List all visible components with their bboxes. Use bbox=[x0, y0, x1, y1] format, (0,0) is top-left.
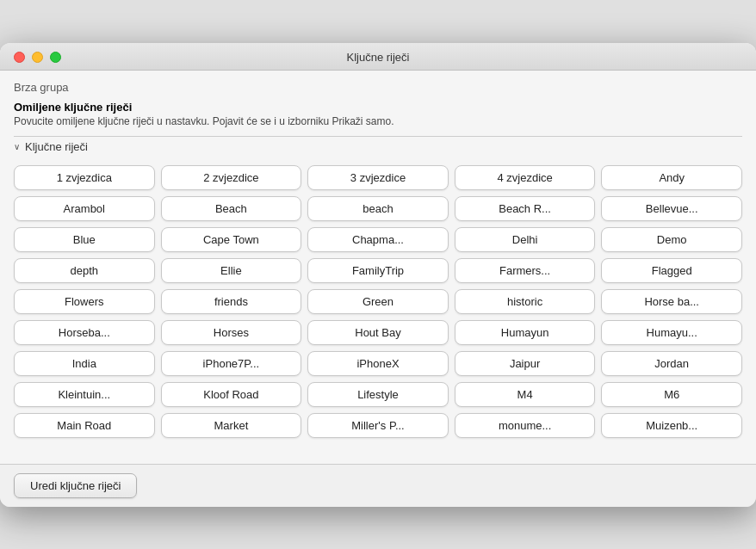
keyword-button[interactable]: Jaipur bbox=[455, 351, 596, 376]
close-button[interactable] bbox=[14, 52, 25, 63]
keyword-button[interactable]: Demo bbox=[601, 227, 742, 252]
main-window: Ključne riječi Brza grupa Omiljene ključ… bbox=[0, 43, 756, 507]
chevron-down-icon: ∨ bbox=[14, 142, 20, 151]
minimize-button[interactable] bbox=[32, 52, 43, 63]
keyword-button[interactable]: Andy bbox=[601, 165, 742, 190]
keyword-button[interactable]: 3 zvjezdice bbox=[307, 165, 449, 190]
keyword-button[interactable]: India bbox=[14, 351, 155, 376]
bottom-bar: Uredi ključne riječi bbox=[0, 464, 756, 507]
keyword-button[interactable]: historic bbox=[455, 289, 596, 314]
keywords-header-label: Ključne riječi bbox=[25, 140, 88, 153]
keyword-button[interactable]: Arambol bbox=[14, 196, 155, 221]
content-area: Brza grupa Omiljene ključne riječi Povuc… bbox=[0, 71, 756, 464]
keyword-button[interactable]: Cape Town bbox=[161, 227, 302, 252]
keyword-button[interactable]: Muizenb... bbox=[601, 413, 742, 438]
keyword-button[interactable]: Green bbox=[307, 289, 449, 314]
keyword-button[interactable]: depth bbox=[14, 258, 155, 283]
keyword-button[interactable]: M4 bbox=[455, 382, 596, 407]
keyword-button[interactable]: monume... bbox=[455, 413, 596, 438]
keyword-button[interactable]: beach bbox=[307, 196, 449, 221]
keyword-button[interactable]: Flagged bbox=[601, 258, 742, 283]
favorites-title: Omiljene ključne riječi bbox=[14, 101, 742, 114]
keyword-button[interactable]: iPhoneX bbox=[307, 351, 449, 376]
keyword-button[interactable]: Ellie bbox=[161, 258, 302, 283]
window-title: Ključne riječi bbox=[347, 51, 410, 64]
keyword-button[interactable]: M6 bbox=[601, 382, 742, 407]
keyword-button[interactable]: Hout Bay bbox=[307, 320, 449, 345]
keyword-button[interactable]: Beach bbox=[161, 196, 302, 221]
keyword-button[interactable]: Lifestyle bbox=[307, 382, 449, 407]
keyword-button[interactable]: iPhone7P... bbox=[161, 351, 302, 376]
keyword-button[interactable]: Delhi bbox=[455, 227, 596, 252]
keyword-button[interactable]: Humayu... bbox=[601, 320, 742, 345]
favorites-description: Povucite omiljene ključne riječi u nasta… bbox=[14, 115, 742, 127]
keyword-button[interactable]: Beach R... bbox=[455, 196, 596, 221]
favorites-section: Omiljene ključne riječi Povucite omiljen… bbox=[14, 101, 742, 127]
keyword-button[interactable]: Chapma... bbox=[307, 227, 449, 252]
keywords-grid: 1 zvjezdica2 zvjezdice3 zvjezdice4 zvjez… bbox=[14, 165, 742, 438]
keyword-button[interactable]: Bellevue... bbox=[601, 196, 742, 221]
maximize-button[interactable] bbox=[50, 52, 61, 63]
keyword-button[interactable]: Kleintuin... bbox=[14, 382, 155, 407]
keyword-button[interactable]: Blue bbox=[14, 227, 155, 252]
keyword-button[interactable]: 2 zvjezdice bbox=[161, 165, 302, 190]
keyword-button[interactable]: Flowers bbox=[14, 289, 155, 314]
keyword-button[interactable]: Horses bbox=[161, 320, 302, 345]
keywords-section-header: ∨ Ključne riječi bbox=[14, 136, 742, 157]
keyword-button[interactable]: Horseba... bbox=[14, 320, 155, 345]
edit-keywords-button[interactable]: Uredi ključne riječi bbox=[14, 473, 137, 498]
keyword-button[interactable]: Farmers... bbox=[455, 258, 596, 283]
titlebar: Ključne riječi bbox=[0, 43, 756, 71]
keyword-button[interactable]: 4 zvjezdice bbox=[455, 165, 596, 190]
keyword-button[interactable]: FamilyTrip bbox=[307, 258, 449, 283]
keyword-button[interactable]: Market bbox=[161, 413, 302, 438]
brza-grupa-label: Brza grupa bbox=[14, 81, 742, 94]
keyword-button[interactable]: Miller's P... bbox=[307, 413, 449, 438]
traffic-lights bbox=[14, 52, 61, 63]
keyword-button[interactable]: Jordan bbox=[601, 351, 742, 376]
keyword-button[interactable]: Kloof Road bbox=[161, 382, 302, 407]
keyword-button[interactable]: Main Road bbox=[14, 413, 155, 438]
keyword-button[interactable]: friends bbox=[161, 289, 302, 314]
keyword-button[interactable]: 1 zvjezdica bbox=[14, 165, 155, 190]
keyword-button[interactable]: Humayun bbox=[455, 320, 596, 345]
keyword-button[interactable]: Horse ba... bbox=[601, 289, 742, 314]
